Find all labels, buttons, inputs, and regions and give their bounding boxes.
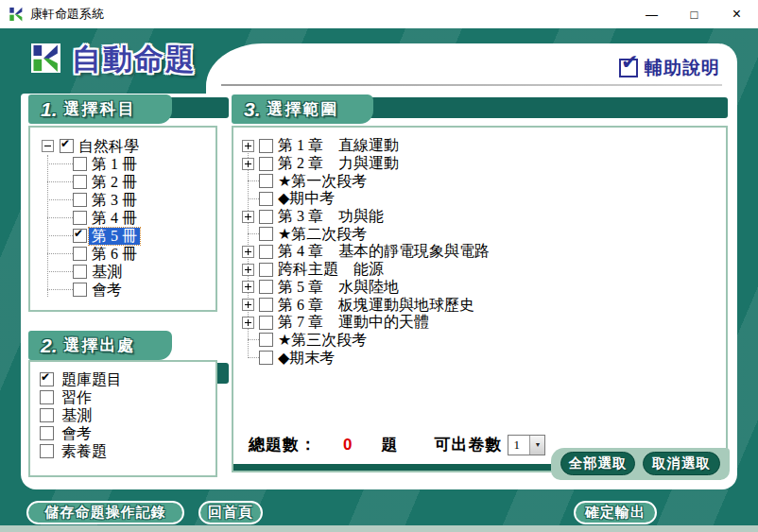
checkbox[interactable] (259, 227, 273, 241)
tree-label[interactable]: 第 5 章 水與陸地 (275, 279, 402, 296)
tree-label[interactable]: ★第二次段考 (275, 226, 370, 243)
panel1-header: 1. 選擇科目 (28, 94, 172, 124)
title-bar: 康軒命題系統 — □ × (0, 0, 758, 28)
tree-connector (47, 155, 48, 297)
checkbox[interactable] (259, 298, 273, 312)
collapse-icon[interactable] (42, 140, 54, 152)
header-logo-icon (31, 43, 60, 73)
tree-label[interactable]: 第 6 章 板塊運動與地球歷史 (275, 297, 477, 314)
tree-row: ★第三次段考 (233, 332, 726, 350)
tree-label[interactable]: 第 4 冊 (89, 210, 140, 227)
source-options: ✔題庫題目習作基測會考素養題 (30, 362, 215, 460)
tree-row: ✔第 5 冊 (30, 227, 215, 245)
tree-label[interactable]: 第 3 章 功與能 (275, 208, 387, 225)
checkbox[interactable] (259, 245, 273, 259)
checkbox[interactable] (259, 139, 273, 153)
tree-label[interactable]: 第 6 冊 (89, 246, 140, 263)
tree-label[interactable]: 跨科主題 能源 (275, 261, 387, 278)
tree-label[interactable]: ◆期末考 (275, 350, 337, 367)
paper-count-select[interactable]: 1 ▼ (508, 435, 545, 455)
checkbox[interactable] (40, 426, 54, 440)
select-all-button[interactable]: 全部選取 (560, 452, 635, 475)
expand-icon[interactable] (242, 140, 254, 152)
checkbox[interactable] (73, 283, 87, 297)
expand-icon[interactable] (242, 246, 254, 258)
help-button[interactable]: ✔ 輔助說明 (619, 56, 720, 80)
deselect-button[interactable]: 取消選取 (643, 452, 720, 475)
expand-icon[interactable] (242, 211, 254, 223)
home-button[interactable]: 回首頁 (198, 501, 263, 524)
checkbox[interactable] (259, 280, 273, 294)
tree-label[interactable]: 第 2 章 力與運動 (275, 155, 402, 172)
tree-connector (47, 253, 73, 254)
dropdown-arrow-icon[interactable]: ▼ (529, 436, 544, 455)
tree-connector (47, 181, 73, 182)
checkbox[interactable] (259, 316, 273, 330)
tree-row: ★第二次段考 (233, 225, 726, 243)
expand-icon[interactable] (242, 317, 254, 329)
tree-label[interactable]: 第 1 章 直線運動 (275, 137, 402, 154)
tree-label[interactable]: 自然科學 (76, 138, 142, 155)
checkbox[interactable] (259, 157, 273, 171)
checkbox[interactable] (73, 157, 87, 171)
checkbox[interactable] (259, 174, 273, 188)
tree-label[interactable]: 第 4 章 基本的靜電現象與電路 (275, 243, 492, 260)
tree-row: 第 4 章 基本的靜電現象與電路 (233, 243, 726, 261)
tree-label[interactable]: ★第三次段考 (275, 332, 370, 349)
checkbox[interactable] (73, 265, 87, 279)
checkbox[interactable] (259, 263, 273, 277)
option-label[interactable]: 習作 (59, 389, 95, 406)
checkbox[interactable] (73, 211, 87, 225)
option-label[interactable]: 基測 (59, 407, 95, 424)
tree-label[interactable]: 第 1 冊 (89, 156, 140, 173)
option-row: 會考 (40, 424, 215, 442)
checkbox[interactable] (40, 408, 54, 422)
checkbox[interactable] (73, 175, 87, 189)
tree-label[interactable]: ◆期中考 (275, 190, 337, 207)
checkbox[interactable]: ✔ (60, 139, 74, 153)
expand-icon[interactable] (242, 281, 254, 293)
total-count-value: 0 (343, 436, 353, 455)
checkbox[interactable] (73, 247, 87, 261)
option-label[interactable]: 素養題 (59, 443, 110, 460)
expand-icon[interactable] (242, 264, 254, 276)
tree-label[interactable]: 第 3 冊 (89, 192, 140, 209)
checkbox[interactable] (259, 333, 273, 347)
checkbox[interactable] (259, 351, 273, 365)
checkbox[interactable] (40, 390, 54, 404)
panel2-header: 2. 選擇出處 (28, 331, 172, 360)
checkbox[interactable]: ✔ (73, 229, 87, 243)
tree-label[interactable]: 會考 (89, 282, 125, 299)
page-title: 自動命題 (72, 40, 197, 79)
option-label[interactable]: 題庫題目 (59, 371, 125, 388)
tree-label[interactable]: 第 2 冊 (89, 174, 140, 191)
minimize-button[interactable]: — (630, 0, 673, 28)
checkbox[interactable] (259, 192, 273, 206)
tree-row: ✔自然科學 (30, 137, 215, 155)
expand-icon[interactable] (242, 299, 254, 311)
maximize-button[interactable]: □ (673, 0, 715, 28)
checkbox[interactable] (259, 210, 273, 224)
close-button[interactable]: × (715, 0, 758, 28)
tree-row: 第 1 冊 (30, 155, 215, 173)
tree-label[interactable]: ★第一次段考 (275, 173, 370, 190)
tree-label[interactable]: 基測 (89, 264, 125, 281)
save-record-button[interactable]: 儲存命題操作記錄 (26, 501, 184, 524)
total-count-unit: 題 (381, 434, 398, 455)
subject-panel: ✔自然科學第 1 冊第 2 冊第 3 冊第 4 冊✔第 5 冊第 6 冊基測會考 (28, 126, 217, 312)
bottom-strip (0, 525, 758, 532)
option-label[interactable]: 會考 (59, 425, 95, 442)
check-icon: ✔ (60, 137, 70, 150)
checkbox[interactable] (73, 193, 87, 207)
checkbox[interactable]: ✔ (40, 372, 54, 386)
tree-label[interactable]: 第 7 章 運動中的天體 (275, 314, 432, 331)
tree-label[interactable]: 第 5 冊 (89, 228, 140, 245)
header-divider (221, 84, 722, 86)
tree-connector (47, 199, 73, 200)
checkbox[interactable] (40, 444, 54, 458)
paper-count-label: 可出卷數 (434, 434, 502, 455)
confirm-output-button[interactable]: 確定輸出 (574, 501, 657, 524)
expand-icon[interactable] (242, 158, 254, 170)
tree-row: 第 4 冊 (30, 209, 215, 227)
tree-row: 第 3 章 功與能 (233, 208, 726, 226)
